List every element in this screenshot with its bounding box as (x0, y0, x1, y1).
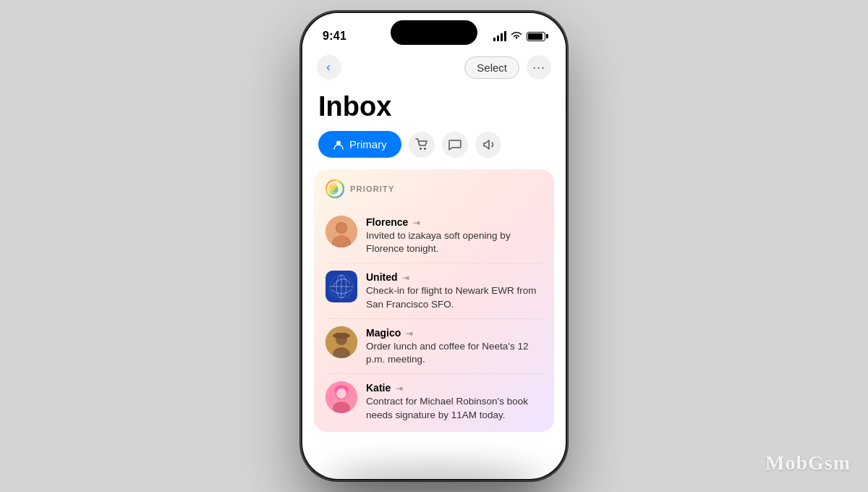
tab-social[interactable] (442, 132, 468, 158)
svg-point-24 (336, 389, 346, 399)
wifi-icon (511, 30, 522, 42)
avatar (326, 216, 357, 247)
svg-point-4 (332, 186, 338, 192)
priority-label: PRIORITY (350, 184, 395, 193)
bubble-icon (448, 138, 461, 151)
dynamic-island (391, 20, 477, 45)
back-button[interactable]: ‹ (317, 55, 341, 80)
email-sender: United (366, 271, 398, 283)
status-icons (493, 30, 545, 42)
tab-updates[interactable] (475, 132, 501, 158)
summary-icon: ⇥ (396, 383, 403, 394)
avatar (326, 381, 357, 413)
email-preview: Invited to izakaya soft opening by Flore… (366, 229, 542, 255)
page-title: Inbox (302, 85, 566, 131)
select-button[interactable]: Select (464, 56, 519, 79)
signal-bars-icon (493, 31, 506, 41)
svg-point-2 (424, 148, 426, 150)
email-content: Florence ⇥ Invited to izakaya soft openi… (366, 216, 542, 255)
watermark: MobGsm (765, 451, 851, 475)
priority-icon (326, 179, 344, 198)
email-content: Magico ⇥ Order lunch and coffee for Neet… (366, 326, 542, 366)
email-sender: Florence (366, 216, 408, 228)
email-sender: Magico (366, 327, 401, 339)
summary-icon: ⇥ (413, 218, 420, 228)
tab-shopping[interactable] (409, 132, 435, 158)
nav-actions: Select ··· (464, 55, 551, 80)
status-bar: 9:41 (302, 13, 566, 49)
summary-icon: ⇥ (402, 273, 409, 283)
phone-frame: 9:41 (300, 11, 568, 481)
scene: 9:41 (0, 0, 868, 492)
email-content: Katie ⇥ Contract for Michael Robinson's … (366, 381, 542, 421)
filter-tabs: Primary (302, 131, 566, 169)
email-preview: Contract for Michael Robinson's book nee… (366, 395, 542, 421)
cart-icon (415, 138, 428, 151)
more-button[interactable]: ··· (527, 55, 551, 80)
back-chevron-icon: ‹ (326, 61, 330, 74)
svg-point-8 (336, 223, 346, 233)
summary-icon: ⇥ (406, 328, 413, 339)
svg-rect-19 (336, 333, 347, 338)
email-sender: Katie (366, 382, 391, 394)
megaphone-icon (482, 138, 495, 151)
battery-icon (527, 32, 545, 41)
email-item[interactable]: Magico ⇥ Order lunch and coffee for Neet… (326, 319, 542, 374)
avatar (326, 271, 357, 302)
email-preview: Check-in for flight to Newark EWR from S… (366, 284, 542, 310)
avatar (326, 326, 357, 358)
tab-primary[interactable]: Primary (318, 131, 401, 158)
phone-screen: 9:41 (302, 13, 566, 479)
email-item[interactable]: Katie ⇥ Contract for Michael Robinson's … (326, 374, 542, 421)
person-icon (333, 139, 344, 150)
priority-header: PRIORITY (326, 179, 542, 198)
email-content: United ⇥ Check-in for flight to Newark E… (366, 271, 542, 310)
svg-point-1 (420, 148, 422, 150)
nav-bar: ‹ Select ··· (302, 49, 566, 85)
priority-section: PRIORITY Florence (314, 169, 554, 432)
email-preview: Order lunch and coffee for Neeta's 12 p.… (366, 340, 542, 366)
email-item[interactable]: Florence ⇥ Invited to izakaya soft openi… (326, 208, 542, 263)
email-item[interactable]: United ⇥ Check-in for flight to Newark E… (326, 263, 542, 318)
status-time: 9:41 (323, 30, 346, 43)
tab-primary-label: Primary (349, 138, 387, 150)
